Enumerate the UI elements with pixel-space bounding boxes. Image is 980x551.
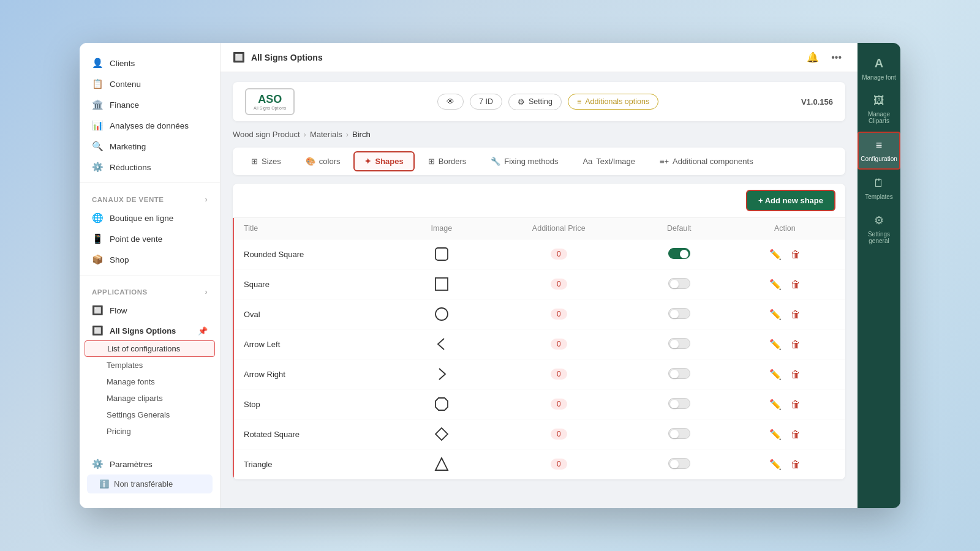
toggle-default[interactable] xyxy=(668,308,690,319)
cell-title: Arrow Left xyxy=(233,329,399,359)
shop-icon: 📦 xyxy=(92,254,104,265)
eye-button[interactable]: 👁 xyxy=(437,94,464,110)
settings-general-icon: ⚙ xyxy=(874,214,884,227)
delete-button[interactable]: 🗑 xyxy=(787,397,804,412)
edit-button[interactable]: ✏️ xyxy=(766,247,785,262)
edit-button[interactable]: ✏️ xyxy=(766,427,785,442)
sidebar-item-aso[interactable]: 🔲 All Signs Options 📌 xyxy=(80,321,220,340)
cell-default[interactable] xyxy=(634,419,725,449)
cell-image xyxy=(399,239,484,269)
apps-label: Applications › xyxy=(80,280,220,300)
cell-default[interactable] xyxy=(634,389,725,419)
sidebar-sub-pricing[interactable]: Pricing xyxy=(80,423,220,440)
toggle-default[interactable] xyxy=(668,338,690,349)
configuration-icon: ≡ xyxy=(876,139,883,152)
sidebar-sub-manage-cliparts[interactable]: Manage cliparts xyxy=(80,390,220,407)
non-transferable-badge[interactable]: ℹ️ Non transférable xyxy=(87,474,213,493)
sidebar-item-contenu[interactable]: 📋 Contenu xyxy=(80,73,220,94)
sidebar-item-boutique[interactable]: 🌐 Boutique en ligne xyxy=(80,208,220,228)
table-row: Rotated Square 0 ✏️ 🗑 xyxy=(233,419,845,449)
cell-action: ✏️ 🗑 xyxy=(725,389,845,419)
tab-borders[interactable]: ⊞ Borders xyxy=(417,151,478,171)
col-image: Image xyxy=(399,218,484,239)
delete-button[interactable]: 🗑 xyxy=(787,277,804,292)
topbar-icon: 🔲 xyxy=(233,51,245,63)
cliparts-icon: 🖼 xyxy=(873,94,884,107)
params-label: Paramètres xyxy=(110,460,153,469)
toggle-default[interactable] xyxy=(668,398,690,409)
sidebar-item-params[interactable]: ⚙️ Paramètres xyxy=(80,454,220,474)
sidebar-sub-manage-fonts[interactable]: Manage fonts xyxy=(80,373,220,390)
table-row: Triangle 0 ✏️ 🗑 xyxy=(233,449,845,479)
delete-button[interactable]: 🗑 xyxy=(787,337,804,352)
delete-button[interactable]: 🗑 xyxy=(787,367,804,382)
rp-templates[interactable]: 🗒 Templates xyxy=(858,171,900,206)
sidebar-item-analyses[interactable]: 📊 Analyses de données xyxy=(80,115,220,136)
additionals-button[interactable]: ≡ Additionals options xyxy=(568,94,658,110)
add-new-shape-button[interactable]: + Add new shape xyxy=(746,190,835,211)
info-icon: ℹ️ xyxy=(99,479,109,489)
cell-price: 0 xyxy=(484,299,634,329)
tab-shapes[interactable]: ✦ Shapes xyxy=(353,151,414,171)
tabs-bar: ⊞ Sizes 🎨 colors ✦ Shapes ⊞ Borders 🔧 xyxy=(233,148,845,175)
sidebar-item-pointdevente[interactable]: 📱 Point de vente xyxy=(80,228,220,249)
cell-image xyxy=(399,299,484,329)
edit-button[interactable]: ✏️ xyxy=(766,367,785,382)
tab-additional-components[interactable]: ≡+ Additional components xyxy=(649,151,764,171)
breadcrumb-part-2: Birch xyxy=(352,130,371,139)
cell-default[interactable] xyxy=(634,359,725,389)
sidebar-item-clients[interactable]: 👤 Clients xyxy=(80,53,220,73)
sidebar-item-finance[interactable]: 🏛️ Finance xyxy=(80,94,220,115)
font-icon: A xyxy=(875,56,883,70)
cell-default[interactable] xyxy=(634,239,725,269)
edit-button[interactable]: ✏️ xyxy=(766,457,785,472)
toggle-default[interactable] xyxy=(668,368,690,379)
tab-sizes[interactable]: ⊞ Sizes xyxy=(240,151,292,171)
toggle-default[interactable] xyxy=(668,278,690,289)
sidebar-item-shop[interactable]: 📦 Shop xyxy=(80,249,220,270)
rp-manage-font[interactable]: A Manage font xyxy=(858,50,900,87)
cell-title: Triangle xyxy=(233,449,399,479)
svg-rect-1 xyxy=(435,278,448,290)
tab-fixing-methods[interactable]: 🔧 Fixing methods xyxy=(480,151,569,171)
topbar-bell-icon[interactable]: 🔔 xyxy=(803,49,823,66)
cell-default[interactable] xyxy=(634,269,725,299)
delete-button[interactable]: 🗑 xyxy=(787,457,804,472)
tab-text-image[interactable]: Aa Text/Image xyxy=(571,151,646,171)
id-button[interactable]: 7 ID xyxy=(470,94,502,110)
table-row: Arrow Right 0 ✏️ 🗑 xyxy=(233,359,845,389)
rp-manage-cliparts[interactable]: 🖼 Manage Cliparts xyxy=(858,88,900,130)
toggle-default[interactable] xyxy=(668,248,690,259)
topbar-title: 🔲 All Signs Options xyxy=(233,51,323,63)
cell-action: ✏️ 🗑 xyxy=(725,359,845,389)
toggle-default[interactable] xyxy=(668,428,690,439)
cell-price: 0 xyxy=(484,419,634,449)
toggle-default[interactable] xyxy=(668,458,690,469)
edit-button[interactable]: ✏️ xyxy=(766,307,785,322)
rp-settings-general[interactable]: ⚙ Settings general xyxy=(858,208,900,250)
sidebar-item-marketing[interactable]: 🔍 Marketing xyxy=(80,136,220,157)
topbar-more-icon[interactable]: ••• xyxy=(827,50,845,66)
edit-button[interactable]: ✏️ xyxy=(766,337,785,352)
cell-default[interactable] xyxy=(634,329,725,359)
rp-configuration[interactable]: ≡ Configuration xyxy=(858,132,900,170)
col-action: Action xyxy=(725,218,845,239)
cell-default[interactable] xyxy=(634,449,725,479)
sidebar-sub-templates[interactable]: Templates xyxy=(80,357,220,373)
setting-button[interactable]: ⚙ Setting xyxy=(508,94,562,110)
svg-rect-0 xyxy=(435,248,448,260)
cell-title: Rotated Square xyxy=(233,419,399,449)
tab-colors[interactable]: 🎨 colors xyxy=(295,151,352,171)
sidebar-sub-settings-generals[interactable]: Settings Generals xyxy=(80,407,220,423)
delete-button[interactable]: 🗑 xyxy=(787,247,804,262)
sidebar-item-flow[interactable]: 🔲 Flow xyxy=(80,300,220,321)
cell-default[interactable] xyxy=(634,299,725,329)
templates-icon: 🗒 xyxy=(873,177,884,190)
delete-button[interactable]: 🗑 xyxy=(787,427,804,442)
sidebar-sub-list-of-configurations[interactable]: List of configurations xyxy=(85,340,215,357)
edit-button[interactable]: ✏️ xyxy=(766,397,785,412)
sidebar-item-reductions[interactable]: ⚙️ Réductions xyxy=(80,157,220,178)
table-header-row: + Add new shape xyxy=(233,184,845,218)
edit-button[interactable]: ✏️ xyxy=(766,277,785,292)
delete-button[interactable]: 🗑 xyxy=(787,307,804,322)
